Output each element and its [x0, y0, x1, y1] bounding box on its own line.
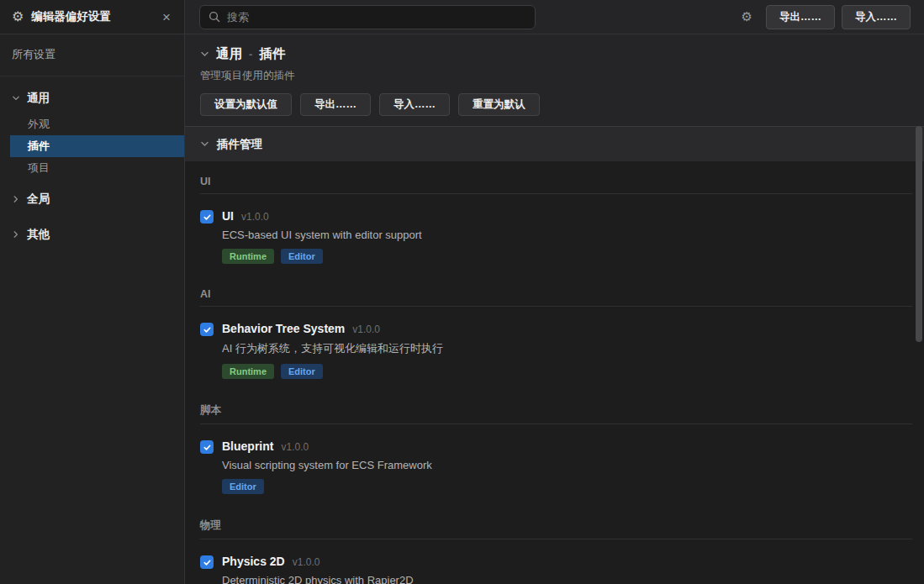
sidebar-item-plugins[interactable]: 插件: [10, 135, 184, 157]
section-plugin-management[interactable]: 插件管理: [185, 127, 924, 161]
import-button[interactable]: 导入……: [379, 93, 450, 116]
scrollbar-thumb[interactable]: [916, 126, 922, 342]
divider: [200, 539, 912, 539]
divider: [200, 193, 912, 194]
runtime-badge: Runtime: [222, 249, 274, 264]
plugin-description: ECS-based UI system with editor support: [222, 229, 422, 241]
gear-icon: ⚙: [12, 10, 24, 24]
plugin-enabled-checkbox[interactable]: [200, 323, 214, 336]
plugin-version: v1.0.0: [281, 441, 309, 453]
search-box[interactable]: [199, 5, 536, 29]
plugin-category: 物理Physics 2Dv1.0.0Deterministic 2D physi…: [200, 504, 912, 584]
editor-badge: Editor: [281, 364, 323, 379]
plugin-category: UIUIv1.0.0ECS-based UI system with edito…: [200, 161, 912, 274]
settings-tree: 通用外观插件项目全局其他: [0, 76, 184, 250]
plugin-name: Behavior Tree System: [222, 322, 345, 335]
breadcrumb[interactable]: 通用 - 插件: [200, 45, 909, 63]
plugin-enabled-checkbox[interactable]: [200, 440, 214, 454]
page-subtitle: 管理项目使用的插件: [200, 69, 909, 83]
plugin-badges: RuntimeEditor: [222, 364, 443, 379]
plugin-badges: RuntimeEditor: [222, 249, 422, 264]
plugin-description: Deterministic 2D physics with Rapier2D: [222, 574, 414, 584]
export-button[interactable]: 导出……: [766, 5, 835, 29]
topbar: ⚙ 导出…… 导入……: [185, 0, 924, 34]
chevron-down-icon: [200, 50, 209, 59]
plugin-description: AI 行为树系统，支持可视化编辑和运行时执行: [222, 341, 443, 356]
search-icon: [209, 11, 220, 23]
section-title: 插件管理: [217, 137, 262, 152]
sidebar-header: ⚙ 编辑器偏好设置 ×: [0, 0, 184, 34]
editor-badge: Editor: [222, 479, 264, 494]
plugin-version: v1.0.0: [293, 556, 320, 568]
plugin-name: Physics 2D: [222, 555, 285, 568]
breadcrumb-section: 通用: [216, 45, 242, 63]
plugin-version: v1.0.0: [352, 324, 380, 335]
sidebar-item-all-settings[interactable]: 所有设置: [0, 34, 184, 76]
sidebar-group-global[interactable]: 全局: [0, 184, 184, 214]
settings-gear-icon[interactable]: ⚙: [742, 11, 752, 24]
divider: [200, 424, 912, 424]
plugin-category: 脚本Blueprintv1.0.0Visual scripting system…: [200, 389, 912, 504]
sidebar-group-label: 全局: [27, 192, 50, 207]
plugin-badges: Editor: [222, 479, 432, 494]
import-button[interactable]: 导入……: [842, 5, 911, 29]
category-label: UI: [200, 176, 912, 187]
chevron-right-icon: [12, 195, 20, 203]
sidebar-group-general[interactable]: 通用: [0, 83, 184, 113]
export-button[interactable]: 导出……: [300, 93, 371, 116]
page-header: 通用 - 插件 管理项目使用的插件 设置为默认值导出……导入……重置为默认: [185, 34, 924, 127]
breadcrumb-separator: -: [249, 48, 252, 61]
breadcrumb-current: 插件: [259, 45, 285, 63]
plugin-enabled-checkbox[interactable]: [200, 555, 214, 569]
reset-default-button[interactable]: 重置为默认: [458, 93, 540, 116]
sidebar-item-appearance[interactable]: 外观: [10, 113, 184, 135]
plugin-version: v1.0.0: [241, 211, 269, 223]
plugin-list: UIUIv1.0.0ECS-based UI system with edito…: [185, 161, 924, 584]
editor-badge: Editor: [281, 249, 323, 264]
chevron-down-icon: [200, 139, 209, 149]
sidebar-item-project[interactable]: 项目: [10, 157, 184, 179]
sidebar: ⚙ 编辑器偏好设置 × 所有设置 通用外观插件项目全局其他: [0, 0, 185, 584]
plugin-row: Blueprintv1.0.0Visual scripting system f…: [200, 439, 912, 504]
plugin-enabled-checkbox[interactable]: [200, 210, 214, 224]
sidebar-group-label: 通用: [27, 91, 50, 106]
plugin-category: AIBehavior Tree Systemv1.0.0AI 行为树系统，支持可…: [200, 274, 912, 389]
set-default-button[interactable]: 设置为默认值: [200, 93, 292, 116]
plugin-name: Blueprint: [222, 439, 273, 453]
sidebar-group-other[interactable]: 其他: [0, 219, 184, 250]
search-input[interactable]: [227, 11, 526, 24]
chevron-right-icon: [12, 230, 20, 239]
plugin-row: Behavior Tree Systemv1.0.0AI 行为树系统，支持可视化…: [200, 322, 912, 389]
page-actions: 设置为默认值导出……导入……重置为默认: [200, 93, 909, 116]
plugin-name: UI: [222, 209, 234, 223]
runtime-badge: Runtime: [222, 364, 274, 379]
plugin-row: UIv1.0.0ECS-based UI system with editor …: [200, 209, 912, 274]
main-panel: ⚙ 导出…… 导入…… 通用 - 插件 管理项目使用的插件 设置为默认值导出………: [185, 0, 924, 584]
dialog-title: 编辑器偏好设置: [31, 9, 159, 24]
sidebar-children: 外观插件项目: [10, 113, 184, 179]
plugin-description: Visual scripting system for ECS Framewor…: [222, 459, 432, 471]
category-label: 物理: [200, 518, 912, 533]
plugin-row: Physics 2Dv1.0.0Deterministic 2D physics…: [200, 555, 912, 584]
divider: [200, 306, 912, 307]
close-icon[interactable]: ×: [159, 8, 174, 26]
preferences-window: ⚙ 编辑器偏好设置 × 所有设置 通用外观插件项目全局其他 ⚙ 导出…… 导入……: [0, 0, 924, 584]
chevron-down-icon: [12, 94, 20, 103]
sidebar-group-label: 其他: [27, 227, 50, 242]
category-label: AI: [200, 288, 912, 300]
category-label: 脚本: [200, 403, 912, 418]
